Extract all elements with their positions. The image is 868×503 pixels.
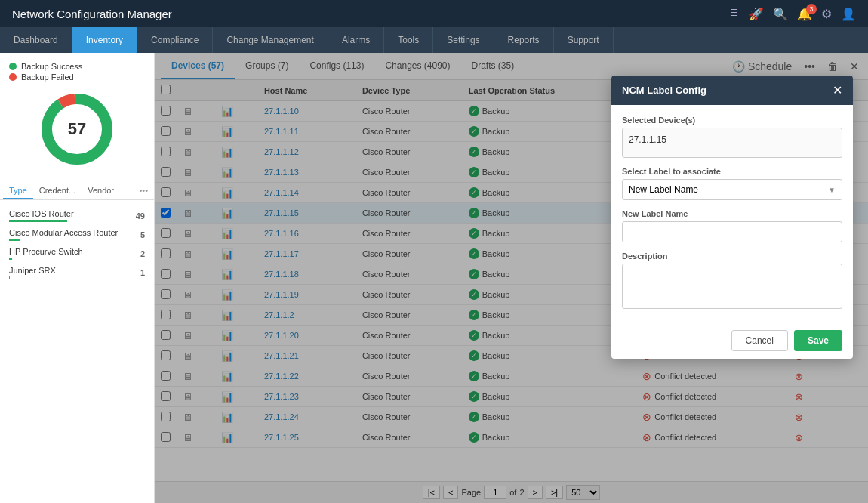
- dtype-count: 49: [127, 211, 145, 221]
- content-area: Devices (57) Groups (7) Configs (113) Ch…: [155, 53, 868, 503]
- dtype-bar: [9, 239, 20, 241]
- dtype-count: 2: [127, 249, 145, 258]
- donut-legend: Backup Success Backup Failed: [9, 62, 145, 83]
- nav-tab-settings[interactable]: Settings: [433, 27, 494, 53]
- nav-tab-tools[interactable]: Tools: [384, 27, 433, 53]
- dtype-bar: [9, 276, 10, 279]
- legend-backup-success: Backup Success: [9, 62, 145, 71]
- sidebar-more-btn[interactable]: •••: [136, 183, 151, 199]
- dtype-bar: [9, 258, 12, 260]
- label-select[interactable]: New Label Name: [623, 180, 842, 199]
- dtype-count: 5: [127, 230, 145, 239]
- header-icons: 🖥 🚀 🔍 🔔 3 ⚙ 👤: [728, 7, 856, 21]
- nav-tab-change-management[interactable]: Change Management: [213, 27, 328, 53]
- nav-tab-dashboard[interactable]: Dashboard: [0, 27, 72, 53]
- description-textarea[interactable]: [622, 264, 842, 309]
- select-label-label: Select Label to associate: [622, 167, 842, 176]
- selected-device-value: 27.1.1.15: [622, 128, 842, 158]
- modal-header: NCM Label Config ✕: [611, 76, 853, 105]
- bell-icon[interactable]: 🔔 3: [797, 7, 812, 21]
- dtype-hp-procurve[interactable]: HP Procurve Switch 2: [6, 244, 148, 263]
- notification-badge: 3: [806, 4, 817, 14]
- modal-footer: Cancel Save: [611, 322, 853, 359]
- selected-devices-label: Selected Device(s): [622, 116, 842, 125]
- app-title: Network Configuration Manager: [12, 8, 172, 20]
- dtype-juniper-srx[interactable]: Juniper SRX 1: [6, 263, 148, 282]
- sidebar-tabs: Type Credent... Vendor •••: [0, 180, 154, 200]
- select-label-dropdown[interactable]: New Label Name ▼: [622, 179, 842, 200]
- modal-body: Selected Device(s) 27.1.1.15 Select Labe…: [611, 105, 853, 322]
- legend-failed-label: Backup Failed: [21, 73, 74, 82]
- new-label-name-input[interactable]: [622, 221, 842, 242]
- new-label-name-label: New Label Name: [622, 209, 842, 218]
- modal-overlay: NCM Label Config ✕ Selected Device(s) 27…: [155, 53, 868, 503]
- description-label: Description: [622, 252, 842, 261]
- legend-dot-success: [9, 63, 17, 70]
- user-icon[interactable]: 👤: [841, 7, 856, 21]
- sidebar-tab-vendor[interactable]: Vendor: [82, 183, 120, 199]
- modal-close-button[interactable]: ✕: [833, 83, 842, 97]
- modal-title: NCM Label Config: [622, 85, 706, 96]
- donut-section: Backup Success Backup Failed 57: [0, 53, 154, 180]
- legend-backup-failed: Backup Failed: [9, 73, 145, 82]
- nav-tab-compliance[interactable]: Compliance: [137, 27, 213, 53]
- top-header: Network Configuration Manager 🖥 🚀 🔍 🔔 3 …: [0, 0, 868, 27]
- legend-dot-failed: [9, 73, 17, 81]
- sidebar-tab-type[interactable]: Type: [3, 183, 33, 199]
- nav-tab-reports[interactable]: Reports: [494, 27, 554, 53]
- dtype-bar: [9, 220, 67, 222]
- search-icon[interactable]: 🔍: [773, 7, 788, 21]
- monitor-icon[interactable]: 🖥: [728, 7, 740, 20]
- legend-success-label: Backup Success: [21, 62, 82, 71]
- save-button[interactable]: Save: [794, 330, 842, 351]
- sidebar-tab-credentials[interactable]: Credent...: [33, 183, 82, 199]
- rocket-icon[interactable]: 🚀: [749, 7, 764, 21]
- dtype-name: HP Procurve Switch: [9, 247, 83, 256]
- nav-tab-support[interactable]: Support: [554, 27, 614, 53]
- sidebar: Backup Success Backup Failed 57 Type Cre…: [0, 53, 155, 503]
- dtype-count: 1: [127, 268, 145, 277]
- main-layout: Backup Success Backup Failed 57 Type Cre…: [0, 53, 868, 503]
- donut-count: 57: [68, 119, 86, 139]
- dtype-cisco-ios[interactable]: Cisco IOS Router 49: [6, 206, 148, 225]
- dtype-name: Cisco IOS Router: [9, 209, 74, 218]
- device-type-list: Cisco IOS Router 49 Cisco Modular Access…: [0, 200, 154, 288]
- cancel-button[interactable]: Cancel: [731, 330, 788, 351]
- dtype-name: Cisco Modular Access Router: [9, 228, 118, 237]
- donut-chart: 57: [35, 88, 119, 171]
- dtype-cisco-modular[interactable]: Cisco Modular Access Router 5: [6, 225, 148, 244]
- gear-icon[interactable]: ⚙: [821, 7, 832, 21]
- nav-tabs: Dashboard Inventory Compliance Change Ma…: [0, 27, 868, 53]
- nav-tab-alarms[interactable]: Alarms: [328, 27, 384, 53]
- nav-tab-inventory[interactable]: Inventory: [72, 27, 137, 53]
- ncm-label-config-modal: NCM Label Config ✕ Selected Device(s) 27…: [611, 76, 853, 359]
- dtype-name: Juniper SRX: [9, 266, 56, 275]
